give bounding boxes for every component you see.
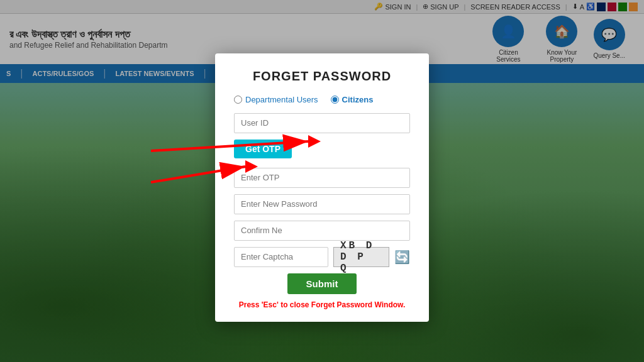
captcha-row: XB D D P Q 🔄 xyxy=(234,247,410,267)
submit-button[interactable]: Submit xyxy=(287,273,357,294)
confirm-password-input[interactable] xyxy=(234,221,410,241)
captcha-input[interactable] xyxy=(234,247,328,267)
radio-citizens[interactable]: Citizens xyxy=(331,95,374,104)
forget-password-modal: FORGET PASSWORD Departmental Users Citiz… xyxy=(215,53,429,322)
captcha-refresh-icon[interactable]: 🔄 xyxy=(394,250,410,265)
esc-notice: Press 'Esc' to close Forget Password Win… xyxy=(234,300,410,309)
user-id-input[interactable] xyxy=(234,113,410,133)
radio-departmental-label: Departmental Users xyxy=(245,95,318,104)
new-password-input[interactable] xyxy=(234,194,410,214)
get-otp-button[interactable]: Get OTP xyxy=(234,140,292,158)
modal-title: FORGET PASSWORD xyxy=(234,69,410,84)
captcha-image: XB D D P Q xyxy=(333,247,389,267)
radio-citizens-input[interactable] xyxy=(331,96,339,104)
otp-input[interactable] xyxy=(234,168,410,188)
radio-departmental[interactable]: Departmental Users xyxy=(234,95,318,104)
radio-departmental-input[interactable] xyxy=(234,96,242,104)
radio-citizens-label: Citizens xyxy=(342,95,374,104)
user-type-radio-group: Departmental Users Citizens xyxy=(234,95,410,104)
modal-overlay: FORGET PASSWORD Departmental Users Citiz… xyxy=(0,0,644,362)
